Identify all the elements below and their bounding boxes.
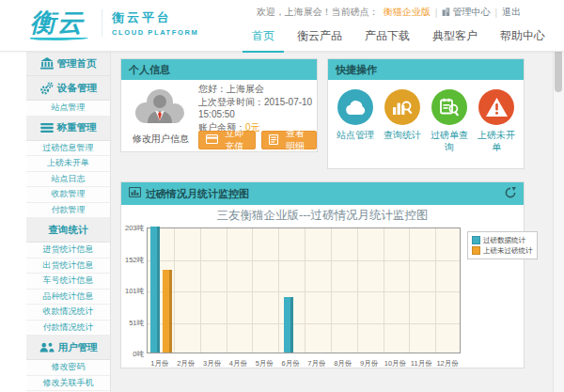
sidebar-item-label: 称重管理 xyxy=(57,121,97,134)
sidebar-item-11[interactable]: 出货统计信息 xyxy=(26,259,110,274)
y-axis-tick-label: 152吨 xyxy=(121,256,144,265)
gridline-vertical xyxy=(384,228,384,353)
logo-mark: 衡云 xyxy=(30,6,88,40)
quick-action-label: 站点管理 xyxy=(333,129,378,141)
logo-text: 衡云平台 CLOUD PLATFORM xyxy=(102,9,198,37)
chart-body: 三友衡猫企业版---过磅情况月统计监控图 过磅数据统计上磅未过磅统计 0吨51吨… xyxy=(121,205,524,368)
admin-center-label: 管理中心 xyxy=(452,6,490,19)
sidebar-item-10[interactable]: 进货统计信息 xyxy=(26,243,110,259)
avatar[interactable] xyxy=(132,84,190,128)
sidebar-item-label: 车号统计信息 xyxy=(43,274,94,287)
detail-list-icon xyxy=(269,134,278,147)
sidebar-item-8[interactable]: 付款管理 xyxy=(26,203,110,219)
cloud-icon xyxy=(337,89,373,125)
main-nav: 首页衡云产品产品下载典型客户帮助中心 xyxy=(243,26,555,53)
sidebar-item-4[interactable]: 过磅信息管理 xyxy=(26,141,110,157)
sidebar-item-label: 用户管理 xyxy=(58,341,98,354)
sidebar-item-label: 进货统计信息 xyxy=(43,243,94,256)
nav-tab-3[interactable]: 典型客户 xyxy=(423,26,487,53)
building-icon xyxy=(442,8,450,18)
sidebar-item-0[interactable]: 管理首页 xyxy=(26,52,110,76)
gears-icon xyxy=(39,82,54,95)
x-axis-tick-label: 10月份 xyxy=(383,359,409,368)
nav-tab-4[interactable]: 帮助中心 xyxy=(491,26,555,53)
personal-buttons: 立即充值 查看明细 xyxy=(198,131,317,149)
gridline-vertical xyxy=(409,228,410,353)
gridline-vertical xyxy=(252,228,253,353)
logout-link[interactable]: 退出 xyxy=(502,6,521,19)
x-axis-tick-label: 8月份 xyxy=(330,359,356,368)
logo[interactable]: 衡云 衡云平台 CLOUD PLATFORM xyxy=(30,6,198,40)
legend-item-1[interactable]: 上磅未过磅统计 xyxy=(472,245,533,256)
bank-icon xyxy=(40,57,54,70)
x-axis-tick-label: 1月份 xyxy=(147,359,173,368)
y-axis-tick-label: 203吨 xyxy=(121,224,144,233)
last-login-line1: 上次登录时间：2015-07-10 xyxy=(198,96,313,109)
sidebar-item-18[interactable]: 修改关联手机 xyxy=(26,376,110,392)
avatar-block: 修改用户信息 xyxy=(125,84,196,146)
edit-user-info-link[interactable]: 修改用户信息 xyxy=(125,133,196,146)
warning-icon xyxy=(478,89,514,125)
personal-info-panel: 个人信息 修改用户信息 您好：上海展会 上次登录时间：2015-07-10 15… xyxy=(120,58,318,152)
gridline-horizontal xyxy=(148,323,460,324)
view-detail-button[interactable]: 查看明细 xyxy=(261,131,317,149)
sidebar-item-label: 付款情况统计 xyxy=(43,321,94,334)
logo-title: 衡云平台 xyxy=(112,9,198,26)
sidebar-item-14[interactable]: 收款情况统计 xyxy=(26,305,110,321)
sidebar-item-17[interactable]: 修改密码 xyxy=(26,360,110,376)
sidebar-item-6[interactable]: 站点日志 xyxy=(26,172,110,188)
sidebar-item-label: 付款管理 xyxy=(52,204,86,216)
chart-title: 三友衡猫企业版---过磅情况月统计监控图 xyxy=(121,208,524,224)
sidebar-item-15[interactable]: 付款情况统计 xyxy=(26,321,110,337)
recharge-button[interactable]: 立即充值 xyxy=(198,131,256,149)
chart-panel-header: 过磅情况月统计监控图 xyxy=(121,182,524,205)
quick-action-0[interactable]: 站点管理 xyxy=(333,89,378,168)
personal-info-header: 个人信息 xyxy=(121,59,317,80)
sidebar-item-9[interactable]: 查询统计 xyxy=(26,218,110,243)
refresh-icon[interactable] xyxy=(505,187,516,198)
y-axis-tick-label: 0吨 xyxy=(121,350,144,359)
admin-center-link[interactable]: 管理中心 xyxy=(442,6,490,19)
sidebar-item-3[interactable]: 称重管理 xyxy=(26,117,110,141)
gridline-vertical xyxy=(305,228,306,353)
y-axis-tick-label: 51吨 xyxy=(121,319,144,328)
separator: | xyxy=(435,8,438,18)
sidebar-item-16[interactable]: 用户管理 xyxy=(26,336,110,360)
personal-info-title: 个人信息 xyxy=(129,59,170,80)
nav-tab-1[interactable]: 衡云产品 xyxy=(288,26,352,53)
x-axis-tick-label: 11月份 xyxy=(408,359,434,368)
quick-action-label: 过磅单查询 xyxy=(427,129,472,153)
gridline-vertical xyxy=(227,228,227,353)
sidebar-item-label: 收款管理 xyxy=(52,188,86,200)
sidebar-item-label: 修改关联手机 xyxy=(43,377,94,389)
sidebar-item-label: 过磅信息管理 xyxy=(43,142,94,154)
welcome-bar: 欢迎，上海展会！当前磅点： 衡猫企业版 | 管理中心 | 退出 xyxy=(257,6,521,19)
sidebar-item-7[interactable]: 收款管理 xyxy=(26,187,110,203)
sidebar: 管理首页设备管理站点管理称重管理过磅信息管理上磅未开单站点日志收款管理付款管理查… xyxy=(26,52,111,392)
bar-上磅未过磅统计-1月份 xyxy=(163,270,172,353)
nav-tab-0[interactable]: 首页 xyxy=(243,26,284,53)
quick-action-2[interactable]: 过磅单查询 xyxy=(427,89,472,168)
quick-actions-panel: 快捷操作 站点管理查询统计过磅单查询上磅未开单 xyxy=(327,58,525,169)
gridline-horizontal xyxy=(148,291,460,292)
quick-action-1[interactable]: 查询统计 xyxy=(380,89,425,168)
sidebar-item-13[interactable]: 品种统计信息 xyxy=(26,290,110,306)
legend-item-0[interactable]: 过磅数据统计 xyxy=(472,235,533,245)
topbar: 衡云 衡云平台 CLOUD PLATFORM 欢迎，上海展会！当前磅点： 衡猫企… xyxy=(0,0,564,52)
sidebar-item-5[interactable]: 上磅未开单 xyxy=(26,156,110,172)
quick-actions-body: 站点管理查询统计过磅单查询上磅未开单 xyxy=(328,80,524,168)
recharge-button-label: 立即充值 xyxy=(221,127,248,153)
legend-label: 过磅数据统计 xyxy=(483,236,525,245)
sidebar-item-label: 收款情况统计 xyxy=(43,306,94,318)
chart-plot-area xyxy=(147,227,461,353)
sidebar-item-label: 上磅未开单 xyxy=(47,157,89,169)
account-link[interactable]: 衡猫企业版 xyxy=(384,6,431,19)
quick-action-label: 上磅未开单 xyxy=(474,129,519,153)
quick-action-3[interactable]: 上磅未开单 xyxy=(474,89,519,168)
sidebar-item-12[interactable]: 车号统计信息 xyxy=(26,274,110,290)
sidebar-item-2[interactable]: 站点管理 xyxy=(26,101,110,117)
sidebar-item-1[interactable]: 设备管理 xyxy=(26,76,110,101)
chart-search-icon xyxy=(384,89,420,125)
nav-tab-2[interactable]: 产品下载 xyxy=(355,26,419,53)
bar-过磅数据统计-6月份 xyxy=(284,297,293,353)
